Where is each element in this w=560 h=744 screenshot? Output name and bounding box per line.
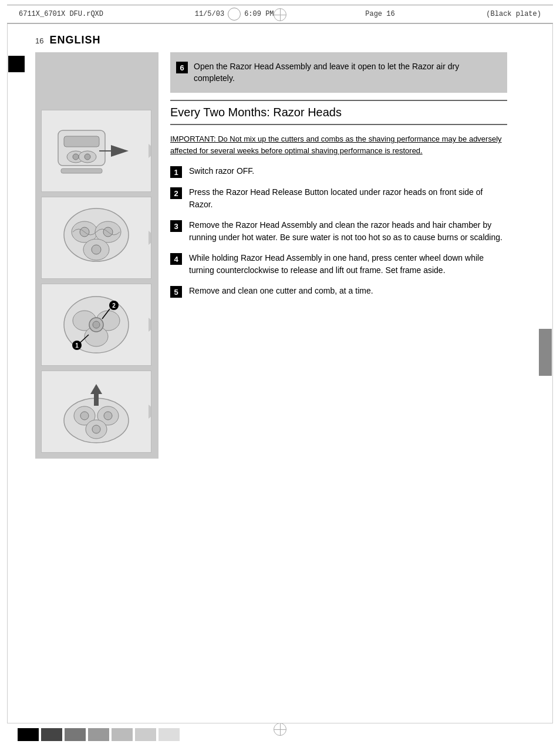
svg-point-32 <box>80 412 89 420</box>
color-block-gray <box>88 728 109 741</box>
page-number: 16 <box>35 36 43 45</box>
step-1-number: 1 <box>170 166 182 178</box>
color-block-black <box>18 728 39 741</box>
svg-rect-1 <box>64 136 99 147</box>
header-time: 6:09 PM <box>244 10 274 18</box>
step-3-text: Remove the Razor Head Assembly and clean… <box>189 219 507 244</box>
svg-point-33 <box>104 412 112 420</box>
razor-image-4 <box>41 371 151 453</box>
step-row-3: 3 Remove the Razor Head Assembly and cle… <box>170 219 507 244</box>
image-arrow-1 <box>149 144 151 158</box>
step-2-text: Press the Razor Head Release Button loca… <box>189 186 507 211</box>
color-block-lighter-gray <box>158 728 180 741</box>
steps-area: 1 Switch razor OFF. 2 Press the Razor He… <box>170 165 507 298</box>
step-row-1: 1 Switch razor OFF. <box>170 165 507 178</box>
svg-rect-36 <box>94 394 99 406</box>
step-5-text: Remove and clean one cutter and comb, at… <box>189 285 373 297</box>
header-right-text: (Black plate) <box>486 10 541 18</box>
step-row-4: 4 While holding Razor Head Assembly in o… <box>170 252 507 277</box>
svg-marker-35 <box>90 384 102 394</box>
razor-image-1 <box>41 110 151 192</box>
step-6-block: 6 Open the Razor Head Assembly and leave… <box>170 52 507 93</box>
svg-rect-8 <box>61 169 102 173</box>
left-accent-square <box>8 56 25 72</box>
section-heading: Every Two Months: Razor Heads <box>170 106 507 119</box>
right-text-column: 6 Open the Razor Head Assembly and leave… <box>158 52 525 459</box>
header-date: 11/5/03 <box>195 10 224 18</box>
image-arrow-3 <box>149 318 151 332</box>
step-6-number: 6 <box>176 62 188 73</box>
color-block-light-gray-1 <box>112 728 133 741</box>
svg-point-7 <box>85 154 90 160</box>
step-4-text: While holding Razor Head Assembly in one… <box>189 252 507 277</box>
svg-point-34 <box>92 425 100 433</box>
step-6-text: Open the Razor Head Assembly and leave i… <box>194 61 495 84</box>
razor-image-2 <box>41 197 151 279</box>
color-block-light-gray-2 <box>135 728 156 741</box>
svg-text:1: 1 <box>75 342 79 349</box>
step-row-5: 5 Remove and clean one cutter and comb, … <box>170 285 507 298</box>
page-header: 16 ENGLISH <box>0 23 560 52</box>
header-page-info: Page 16 <box>365 10 394 18</box>
main-content: 2 1 <box>0 52 560 459</box>
step-1-text: Switch razor OFF. <box>189 165 254 177</box>
image-arrow-4 <box>149 405 151 419</box>
right-accent-rect <box>539 329 552 376</box>
step-3-number: 3 <box>170 220 182 232</box>
important-block: IMPORTANT: Do Not mix up the cutters and… <box>170 133 507 157</box>
step-row-2: 2 Press the Razor Head Release Button lo… <box>170 186 507 211</box>
step-5-number: 5 <box>170 286 182 298</box>
step-4-number: 4 <box>170 253 182 265</box>
registration-mark-top <box>228 8 241 21</box>
left-image-column: 2 1 <box>35 52 158 459</box>
svg-text:2: 2 <box>112 302 116 309</box>
color-block-mid-gray <box>65 728 86 741</box>
svg-point-21 <box>93 321 100 328</box>
color-block-dark-gray <box>41 728 62 741</box>
footer-color-blocks <box>0 728 560 741</box>
image-arrow-2 <box>149 231 151 245</box>
page-title: ENGLISH <box>49 34 100 46</box>
svg-point-6 <box>73 154 79 160</box>
section-heading-block: Every Two Months: Razor Heads <box>170 100 507 125</box>
razor-image-3: 2 1 <box>41 284 151 366</box>
step-2-number: 2 <box>170 187 182 199</box>
svg-marker-4 <box>111 145 129 157</box>
header-left-text: 6711X_6701X DFU.rQXD <box>19 10 103 18</box>
important-text: IMPORTANT: Do Not mix up the cutters and… <box>170 133 507 157</box>
svg-point-15 <box>92 245 101 254</box>
